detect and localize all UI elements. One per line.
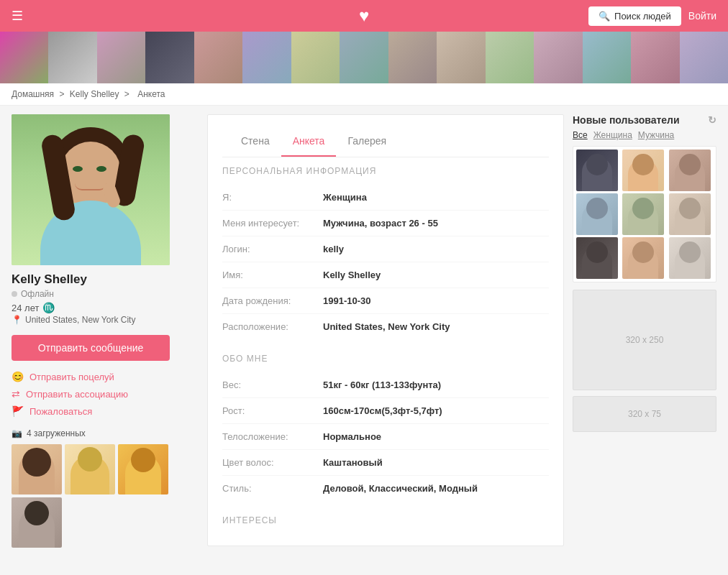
strip-photo-11[interactable]	[486, 32, 534, 83]
tab-wall[interactable]: Стена	[229, 126, 281, 157]
tab-profile[interactable]: Анкета	[281, 126, 337, 157]
strip-photo-9[interactable]	[388, 32, 437, 83]
strip-photo-15[interactable]	[680, 32, 728, 83]
status-text: Офлайн	[21, 289, 54, 299]
strip-photo-1[interactable]	[0, 32, 48, 83]
breadcrumb-home[interactable]: Домашняя	[12, 89, 54, 99]
status-indicator	[12, 291, 17, 297]
info-value: 160см-170см(5,3фт-5,7фт)	[323, 405, 442, 416]
breadcrumb-name[interactable]: Kelly Shelley	[70, 89, 119, 99]
new-users-title: Новые пользователи	[573, 114, 680, 126]
info-row: Имя: Kelly Shelley	[222, 262, 549, 288]
info-label: Рост:	[222, 405, 323, 416]
breadcrumb-sep2: >	[124, 89, 129, 99]
refresh-icon[interactable]: ↻	[708, 114, 716, 126]
info-row: Дата рождения: 1991-10-30	[222, 288, 549, 314]
header-left: ☰	[12, 8, 23, 24]
strip-photo-14[interactable]	[631, 32, 679, 83]
age-text: 24 лет	[12, 303, 39, 313]
login-button[interactable]: Войти	[688, 10, 716, 22]
info-label: Телосложение:	[222, 431, 323, 442]
filter-all[interactable]: Все	[573, 130, 588, 140]
strip-photo-2[interactable]	[48, 32, 96, 83]
info-label: Логин:	[222, 244, 323, 254]
info-label: Я:	[222, 192, 323, 203]
info-row: Рост: 160см-170см(5,3фт-5,7фт)	[222, 398, 549, 424]
gallery-thumb-3[interactable]	[118, 444, 168, 494]
info-row: Цвет волос: Каштановый	[222, 450, 549, 476]
interests-header: ИНТЕРЕСЫ	[222, 511, 549, 525]
breadcrumb-sep1: >	[59, 89, 64, 99]
association-icon: ⇄	[12, 388, 20, 400]
info-label: Дата рождения:	[222, 295, 323, 306]
info-value: 1991-10-30	[323, 295, 371, 306]
new-user-4[interactable]	[576, 193, 618, 235]
photos-section: 📷 4 загруженных	[12, 428, 199, 548]
new-user-1[interactable]	[576, 150, 618, 191]
zodiac-icon: ♏	[42, 302, 55, 313]
new-user-5[interactable]	[622, 193, 664, 235]
left-column: Kelly Shelley Офлайн 24 лет ♏ 📍 United S…	[12, 114, 199, 548]
filter-male[interactable]: Мужчина	[638, 130, 674, 140]
breadcrumb-page: Анкета	[137, 89, 165, 99]
new-user-6[interactable]	[669, 193, 711, 235]
info-value: 51кг - 60кг (113-133фунта)	[323, 380, 441, 390]
new-user-7[interactable]	[576, 237, 618, 279]
new-users-panel: Новые пользователи ↻ Все Женщина Мужчина	[573, 114, 716, 282]
profile-age: 24 лет ♏	[12, 302, 199, 313]
ad-large: 320 x 250	[573, 290, 716, 390]
action-links: 😊 Отправить поцелуй ⇄ Отправить ассоциац…	[12, 371, 199, 417]
header: ☰ ♥ 🔍 Поиск людей Войти	[0, 0, 728, 32]
info-row: Вес: 51кг - 60кг (113-133фунта)	[222, 372, 549, 398]
info-value: Женщина	[323, 192, 367, 203]
strip-photo-5[interactable]	[194, 32, 242, 83]
info-label: Имя:	[222, 270, 323, 280]
report-icon: 🚩	[12, 405, 24, 417]
info-value: Деловой, Классический, Модный	[323, 483, 478, 494]
gallery-thumb-2[interactable]	[65, 444, 115, 494]
gallery-thumb-1[interactable]	[12, 444, 62, 494]
info-label: Стиль:	[222, 483, 323, 494]
profile-photo	[12, 114, 170, 265]
search-button[interactable]: 🔍 Поиск людей	[588, 6, 681, 26]
info-row: Я: Женщина	[222, 185, 549, 211]
photos-grid	[12, 444, 199, 494]
send-kiss-link[interactable]: 😊 Отправить поцелуй	[12, 371, 199, 382]
filter-female[interactable]: Женщина	[593, 130, 632, 140]
strip-photo-6[interactable]	[242, 32, 291, 83]
new-user-8[interactable]	[622, 237, 664, 279]
camera-icon: 📷	[12, 428, 22, 438]
new-users-header: Новые пользователи ↻	[573, 114, 716, 126]
strip-photo-3[interactable]	[97, 32, 145, 83]
gallery-thumb-4[interactable]	[12, 497, 62, 548]
send-association-label: Отправить ассоциацию	[26, 389, 128, 400]
strip-photo-4[interactable]	[145, 32, 194, 83]
strip-photo-13[interactable]	[583, 32, 631, 83]
info-value: Каштановый	[323, 457, 383, 468]
strip-photo-7[interactable]	[291, 32, 340, 83]
tab-gallery[interactable]: Галерея	[336, 126, 398, 157]
heart-icon: ♥	[359, 6, 369, 25]
send-association-link[interactable]: ⇄ Отправить ассоциацию	[12, 388, 199, 400]
new-user-9[interactable]	[669, 237, 711, 279]
middle-column: Стена Анкета Галерея ПЕРСОНАЛЬНАЯ ИНФОРМ…	[207, 114, 564, 548]
new-user-3[interactable]	[669, 150, 711, 191]
photos-count: 4 загруженных	[27, 428, 86, 438]
personal-info-header: ПЕРСОНАЛЬНАЯ ИНФОРМАЦИЯ	[222, 162, 549, 176]
send-message-button[interactable]: Отправить сообщение	[12, 335, 170, 361]
report-link[interactable]: 🚩 Пожаловаться	[12, 405, 199, 417]
send-kiss-label: Отправить поцелуй	[29, 372, 114, 382]
strip-photo-8[interactable]	[340, 32, 388, 83]
new-user-2[interactable]	[622, 150, 664, 191]
main-content: Kelly Shelley Офлайн 24 лет ♏ 📍 United S…	[0, 106, 728, 556]
profile-tabs: Стена Анкета Галерея	[222, 126, 549, 157]
strip-photo-12[interactable]	[534, 32, 582, 83]
about-me-header: ОБО МНЕ	[222, 349, 549, 364]
info-label: Меня интересует:	[222, 218, 323, 229]
kiss-icon: 😊	[12, 371, 24, 382]
info-label: Цвет волос:	[222, 457, 323, 468]
menu-icon[interactable]: ☰	[12, 8, 23, 24]
profile-name: Kelly Shelley	[12, 272, 199, 287]
info-row: Логин: kelly	[222, 236, 549, 262]
strip-photo-10[interactable]	[437, 32, 485, 83]
